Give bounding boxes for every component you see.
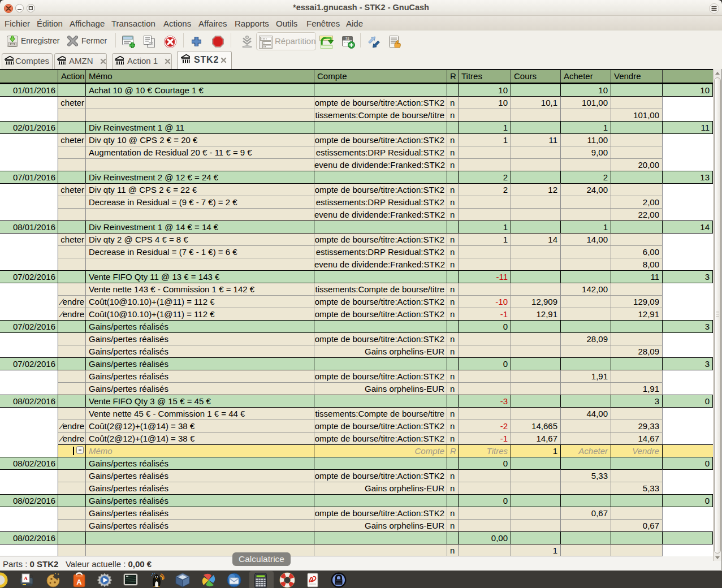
svg-text:31: 31 bbox=[345, 37, 350, 41]
svg-text:A: A bbox=[76, 578, 82, 586]
svg-text:A: A bbox=[24, 576, 28, 581]
